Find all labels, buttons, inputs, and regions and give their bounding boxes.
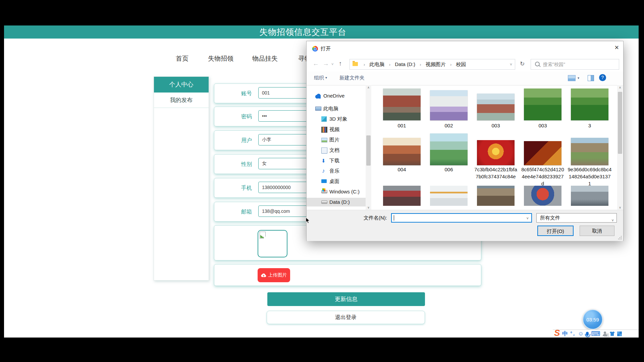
app-header: 失物招领信息交互平台 — [4, 25, 639, 39]
breadcrumb-this-pc[interactable]: 此电脑 — [370, 61, 385, 67]
document-icon — [321, 147, 327, 154]
keyboard-icon[interactable]: ⌨ — [591, 330, 600, 338]
file-name[interactable]: 002 — [427, 122, 471, 129]
search-box[interactable] — [531, 59, 619, 70]
file-item[interactable] — [383, 186, 421, 206]
scroll-up-icon[interactable]: ∧ — [366, 86, 371, 89]
breadcrumb-campus[interactable]: 校园 — [456, 61, 466, 67]
breadcrumb-video-pics[interactable]: 视频图片 — [426, 61, 446, 67]
file-item[interactable] — [477, 88, 515, 120]
scrollbar-thumb[interactable] — [366, 135, 371, 166]
place-data-d[interactable]: Data (D:) — [307, 198, 366, 206]
open-button[interactable]: 打开(O) — [537, 226, 574, 236]
timer-value: 03:59 — [586, 317, 599, 322]
microphone-icon[interactable] — [586, 332, 589, 336]
file-name[interactable]: 9e366d0c69dc8bc4148264a5d0e31371 — [568, 166, 612, 187]
file-name[interactable]: 003 — [521, 122, 565, 129]
places-scrollbar[interactable]: ∧ ∨ — [366, 85, 371, 210]
nav-lost-found[interactable]: 失物招领 — [208, 54, 233, 63]
toolbox-grid-icon[interactable] — [617, 331, 622, 336]
file-name[interactable]: 006 — [427, 166, 471, 173]
back-icon[interactable]: ← — [313, 60, 319, 67]
file-name[interactable]: 003 — [474, 122, 518, 129]
place-desktop[interactable]: 桌面 — [307, 177, 366, 186]
file-item[interactable] — [430, 133, 468, 165]
nav-report-loss[interactable]: 物品挂失 — [252, 54, 278, 63]
refresh-icon[interactable]: ↻ — [520, 60, 525, 67]
file-item[interactable] — [430, 186, 468, 206]
search-input[interactable] — [542, 60, 616, 69]
open-file-dialog: 打开 × ← → ˅ ↑ › 此电脑 › Data (D:) › 视频图片 › … — [306, 41, 624, 241]
file-item[interactable] — [383, 88, 421, 120]
history-dropdown-icon[interactable]: ˅ — [331, 62, 333, 66]
recording-timer-bubble[interactable]: 03:59 — [583, 309, 603, 329]
file-item[interactable] — [571, 88, 608, 120]
file-item[interactable] — [477, 133, 515, 165]
dialog-titlebar[interactable]: 打开 × — [307, 41, 623, 56]
file-name[interactable]: 3 — [568, 122, 612, 129]
address-dropdown-icon[interactable]: ˅ — [510, 62, 512, 67]
file-item[interactable] — [571, 133, 608, 165]
file-item[interactable] — [524, 186, 561, 206]
upload-image-button[interactable]: 上传图片 — [258, 268, 290, 282]
avatar-image-placeholder[interactable] — [258, 230, 287, 257]
mouse-cursor — [306, 217, 310, 224]
place-3d-objects[interactable]: 3D 对象 — [307, 115, 366, 123]
file-item[interactable] — [477, 186, 515, 206]
emoji-icon[interactable]: ☺ — [578, 330, 584, 337]
forward-icon[interactable]: → — [323, 60, 329, 67]
preview-pane-icon[interactable] — [588, 75, 594, 81]
ime-mode-chinese[interactable]: 中 — [562, 330, 568, 338]
address-bar[interactable]: › 此电脑 › Data (D:) › 视频图片 › 校园 ˅ — [350, 59, 515, 70]
filename-combobox[interactable]: ˅ — [391, 213, 532, 223]
file-item[interactable] — [383, 133, 421, 165]
file-item[interactable] — [571, 186, 608, 206]
thumbnail-view-icon[interactable] — [568, 75, 576, 81]
file-name[interactable]: 8c65f474c52d41204ee4e74d8233927d — [521, 166, 565, 187]
filename-dropdown-icon[interactable]: ˅ — [527, 216, 529, 220]
file-thumbnail — [430, 133, 468, 165]
help-icon[interactable]: ? — [599, 74, 606, 81]
file-item[interactable] — [430, 88, 468, 120]
organize-menu[interactable]: 组织▾ — [314, 75, 327, 81]
logout-button[interactable]: 退出登录 — [267, 311, 425, 324]
cancel-button[interactable]: 取消 — [580, 226, 614, 236]
punctuation-icon[interactable]: °， — [570, 331, 576, 337]
scroll-up-icon[interactable]: ∧ — [617, 86, 623, 89]
files-scrollbar[interactable]: ∧ ∨ — [617, 85, 623, 210]
place-documents[interactable]: 文档 — [307, 146, 366, 155]
file-name[interactable]: 001 — [380, 122, 424, 129]
resize-grip[interactable] — [618, 236, 622, 239]
breadcrumb-data-d[interactable]: Data (D:) — [395, 61, 415, 67]
text-caret — [394, 215, 394, 221]
sidebar-item-personal-center[interactable]: 个人中心 — [154, 77, 209, 93]
scrollbar-thumb[interactable] — [618, 92, 622, 154]
place-videos[interactable]: 视频 — [307, 125, 366, 134]
file-item[interactable] — [524, 88, 561, 120]
nav-home[interactable]: 首页 — [176, 54, 189, 63]
file-name[interactable]: 7c3bfb04c22b1fbfa7b0fc374374c84e — [474, 166, 518, 180]
file-thumbnail — [477, 140, 515, 165]
scroll-down-icon[interactable]: ∨ — [366, 206, 371, 209]
close-icon[interactable]: × — [614, 44, 619, 51]
place-this-pc[interactable]: 此电脑 — [307, 104, 366, 113]
skin-icon[interactable] — [610, 331, 615, 336]
filetype-select[interactable]: 所有文件 ˅ — [536, 213, 617, 223]
sidebar-item-my-posts[interactable]: 我的发布 — [154, 93, 209, 108]
phone-label: 手机 — [214, 178, 252, 197]
user-badge-icon[interactable]: 10 — [603, 331, 607, 336]
place-music[interactable]: 音乐 — [307, 167, 366, 175]
file-item[interactable] — [524, 133, 561, 165]
sogou-logo-icon[interactable]: S — [554, 329, 560, 336]
place-pictures[interactable]: 图片 — [307, 135, 366, 144]
search-icon — [535, 62, 540, 66]
new-folder-button[interactable]: 新建文件夹 — [339, 75, 365, 81]
place-onedrive[interactable]: OneDrive — [307, 92, 366, 100]
place-downloads[interactable]: 下载 — [307, 156, 366, 165]
update-info-button[interactable]: 更新信息 — [267, 292, 425, 306]
view-caret-icon[interactable]: ▾ — [578, 76, 579, 80]
file-name[interactable]: 004 — [380, 166, 424, 173]
place-windows-c[interactable]: Windows (C:) — [307, 187, 366, 196]
up-icon[interactable]: ↑ — [339, 60, 342, 67]
scroll-down-icon[interactable]: ∨ — [617, 206, 623, 209]
